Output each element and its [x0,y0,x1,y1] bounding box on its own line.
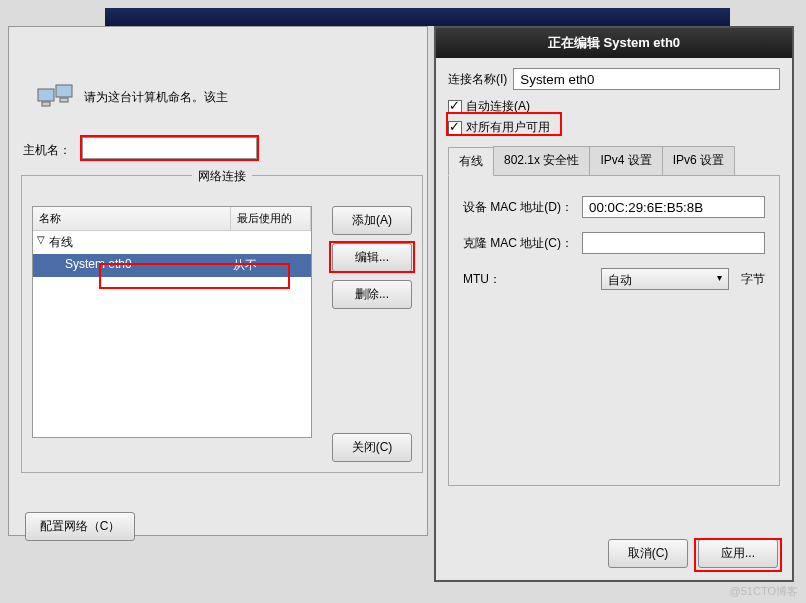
network-connections-frame: 网络连接 名称 最后使用的 ▽ 有线 System eth0 从不 添加(A) … [21,175,423,473]
auto-connect-row[interactable]: 自动连接(A) [448,98,780,115]
svg-rect-3 [60,98,68,102]
all-users-row[interactable]: 对所有用户可用 [448,119,780,136]
all-users-checkbox[interactable] [448,121,462,135]
close-button[interactable]: 关闭(C) [332,433,412,462]
add-button[interactable]: 添加(A) [332,206,412,235]
edit-button[interactable]: 编辑... [332,243,412,272]
tab-bar: 有线 802.1x 安全性 IPv4 设置 IPv6 设置 [448,146,780,176]
svg-rect-2 [56,85,72,97]
dialog-footer: 取消(C) 应用... [608,539,778,568]
main-panel: 请为这台计算机命名。该主 主机名： 网络连接 名称 最后使用的 ▽ 有线 Sys… [8,26,428,536]
list-header: 名称 最后使用的 [33,207,311,231]
top-bar [105,8,730,26]
tab-ipv6[interactable]: IPv6 设置 [662,146,735,175]
tab-security[interactable]: 802.1x 安全性 [493,146,590,175]
dialog-title: 正在编辑 System eth0 [436,28,792,58]
hostname-input[interactable] [82,137,257,159]
prompt-text: 请为这台计算机命名。该主 [84,89,228,106]
device-mac-input[interactable] [582,196,765,218]
conn-name-input[interactable] [513,68,780,90]
auto-connect-checkbox[interactable] [448,100,462,114]
auto-connect-label: 自动连接(A) [466,98,530,115]
list-item-selected[interactable]: System eth0 从不 [33,254,311,277]
clone-mac-input[interactable] [582,232,765,254]
category-label: 有线 [49,234,73,251]
clone-mac-label: 克隆 MAC 地址(C)： [463,235,574,252]
tab-content-wired: 设备 MAC 地址(D)： 克隆 MAC 地址(C)： MTU： 自动 字节 [448,176,780,486]
svg-rect-0 [38,89,54,101]
mtu-label: MTU： [463,271,593,288]
svg-rect-1 [42,102,50,106]
button-column: 添加(A) 编辑... 删除... [332,206,412,309]
computer-icon [37,83,73,111]
configure-network-button[interactable]: 配置网络（C） [25,512,135,541]
frame-title: 网络连接 [192,168,252,185]
apply-button[interactable]: 应用... [698,539,778,568]
col-last-used[interactable]: 最后使用的 [231,207,311,230]
conn-last: 从不 [233,257,307,274]
col-name[interactable]: 名称 [33,207,231,230]
category-row[interactable]: ▽ 有线 [33,231,311,254]
delete-button[interactable]: 删除... [332,280,412,309]
mtu-dropdown[interactable]: 自动 [601,268,729,290]
all-users-label: 对所有用户可用 [466,119,550,136]
connections-list[interactable]: 名称 最后使用的 ▽ 有线 System eth0 从不 [32,206,312,438]
mtu-unit: 字节 [741,271,765,288]
watermark: @51CTO博客 [730,584,798,599]
conn-name-label: 连接名称(I) [448,71,507,88]
edit-connection-dialog: 正在编辑 System eth0 连接名称(I) 自动连接(A) 对所有用户可用… [434,26,794,582]
conn-name: System eth0 [37,257,233,274]
expand-icon[interactable]: ▽ [37,234,45,251]
hostname-label: 主机名： [23,142,71,159]
cancel-button[interactable]: 取消(C) [608,539,688,568]
device-mac-label: 设备 MAC 地址(D)： [463,199,574,216]
tab-wired[interactable]: 有线 [448,147,494,176]
tab-ipv4[interactable]: IPv4 设置 [589,146,662,175]
